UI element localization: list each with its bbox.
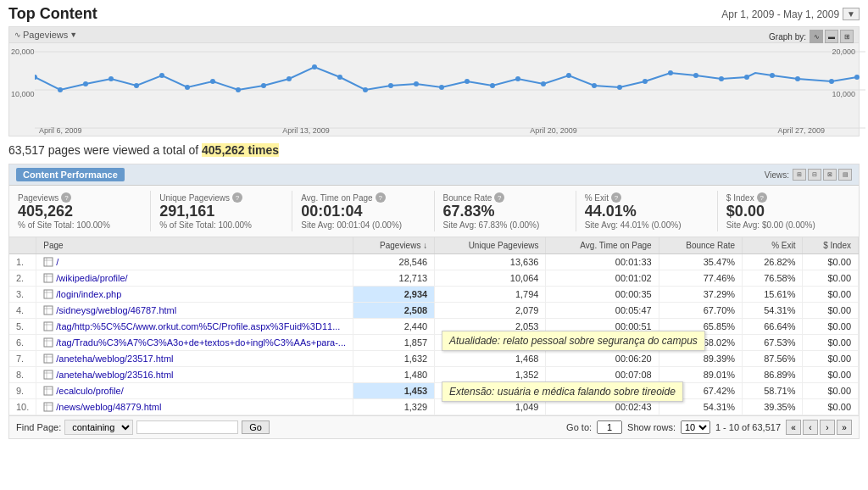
chart-svg bbox=[35, 43, 868, 135]
col-index[interactable]: $ Index bbox=[803, 237, 859, 254]
metric-avgtime-value: 00:01:04 bbox=[301, 203, 425, 220]
row-bounce: 89.01% bbox=[659, 367, 742, 383]
page-link[interactable]: /sidneysg/weblog/46787.html bbox=[43, 305, 346, 315]
prev-btn[interactable]: ‹ bbox=[803, 420, 818, 435]
view-icon-compare2[interactable]: ⊠ bbox=[823, 169, 837, 181]
row-avgtime: 00:06:20 bbox=[546, 351, 659, 367]
date-range-dropdown-icon[interactable]: ▼ bbox=[843, 8, 860, 20]
svg-point-5 bbox=[83, 81, 88, 86]
col-avgtime[interactable]: Avg. Time on Page bbox=[546, 237, 659, 254]
page-link[interactable]: / bbox=[43, 257, 346, 267]
row-pageviews: 1,329 bbox=[353, 399, 435, 415]
row-page: /sidneysg/weblog/46787.html bbox=[36, 303, 353, 319]
view-icon-bar2[interactable]: ▤ bbox=[838, 169, 852, 181]
view-icon-table[interactable]: ⊞ bbox=[793, 169, 806, 181]
page-link[interactable]: /login/index.php bbox=[43, 289, 346, 299]
prev-first-btn[interactable]: « bbox=[786, 420, 801, 435]
find-page-input[interactable] bbox=[136, 420, 238, 434]
row-num: 8. bbox=[9, 367, 36, 383]
page-link[interactable]: /tag/Tradu%C3%A7%C3%A3o+de+textos+do+ing… bbox=[43, 337, 346, 348]
x-axis-labels: April 6, 2009 April 13, 2009 April 20, 2… bbox=[9, 126, 859, 135]
svg-rect-36 bbox=[44, 258, 53, 266]
page-link[interactable]: /tag/http:%5C%5C/www.orkut.com%5C/Profil… bbox=[43, 321, 346, 331]
chart-metric-arrow[interactable]: ▼ bbox=[70, 31, 77, 39]
graph-icon-bar[interactable]: ▬ bbox=[825, 30, 838, 43]
metric-pageviews-help[interactable]: ? bbox=[61, 192, 71, 203]
table-row: 10. /news/weblog/48779.html 1,329 1,049 … bbox=[9, 399, 859, 415]
page-link[interactable]: /ecalculo/profile/ bbox=[43, 386, 346, 396]
row-pageviews: 1,632 bbox=[353, 351, 435, 367]
row-bounce: 67.42% bbox=[659, 383, 742, 399]
row-num: 6. bbox=[9, 335, 36, 351]
show-rows-select[interactable]: 10 bbox=[681, 420, 710, 434]
page-link[interactable]: /aneteha/weblog/23516.html bbox=[43, 370, 346, 380]
page-icon bbox=[43, 273, 53, 283]
page-link[interactable]: /news/weblog/48779.html bbox=[43, 402, 346, 412]
find-page-type[interactable]: containing bbox=[64, 420, 133, 435]
metric-bounce-help[interactable]: ? bbox=[494, 192, 504, 203]
row-unique: 1,352 bbox=[435, 367, 546, 383]
table-wrapper: Page Pageviews ↓ Unique Pageviews Avg. T… bbox=[9, 237, 859, 415]
chart-toolbar: ∿ Pageviews ▼ Graph by: ∿ ▬ ⊞ bbox=[9, 27, 859, 43]
page-icon bbox=[43, 386, 53, 396]
metric-exit-help[interactable]: ? bbox=[611, 192, 621, 203]
row-page: /login/index.php bbox=[36, 287, 353, 303]
page-icon bbox=[43, 354, 53, 364]
svg-point-16 bbox=[363, 87, 368, 92]
row-avgtime: 00:07:08 bbox=[546, 367, 659, 383]
row-exit: 76.58% bbox=[743, 270, 803, 287]
row-avgtime: 00:02:43 bbox=[546, 399, 659, 415]
col-exit[interactable]: % Exit bbox=[743, 237, 803, 254]
svg-point-7 bbox=[134, 83, 139, 88]
page-icon bbox=[43, 402, 53, 412]
row-exit: 66.64% bbox=[743, 319, 803, 335]
row-bounce: 77.46% bbox=[659, 270, 742, 287]
next-last-btn[interactable]: » bbox=[837, 420, 852, 435]
page-link[interactable]: /wikipedia/profile/ bbox=[43, 273, 346, 283]
row-bounce: 37.29% bbox=[659, 287, 742, 303]
chart-metric-selector[interactable]: ∿ Pageviews ▼ bbox=[14, 30, 77, 40]
metric-index-help[interactable]: ? bbox=[757, 192, 767, 203]
row-page: /wikipedia/profile/ bbox=[36, 270, 353, 287]
graph-icon-compare[interactable]: ⊞ bbox=[840, 30, 854, 43]
svg-point-25 bbox=[592, 83, 597, 88]
col-page[interactable]: Page bbox=[36, 237, 353, 254]
row-index: $0.00 bbox=[803, 254, 859, 270]
row-unique: 1,049 bbox=[435, 399, 546, 415]
y-label-top-right: 20,000 bbox=[832, 47, 855, 56]
metric-bounce-value: 67.83% bbox=[443, 203, 567, 220]
table-row: 8. /aneteha/weblog/23516.html 1,480 1,35… bbox=[9, 367, 859, 383]
page-title: Top Content bbox=[8, 5, 97, 23]
svg-point-28 bbox=[668, 70, 673, 75]
row-exit: 15.61% bbox=[743, 287, 803, 303]
svg-rect-51 bbox=[44, 338, 53, 347]
svg-point-31 bbox=[744, 75, 749, 80]
row-num: 1. bbox=[9, 254, 36, 270]
page-link[interactable]: /aneteha/weblog/23517.html bbox=[43, 354, 346, 364]
show-rows-label: Show rows: bbox=[627, 422, 676, 432]
next-btn[interactable]: › bbox=[820, 420, 835, 435]
metric-avgtime-help[interactable]: ? bbox=[376, 192, 386, 203]
col-bounce[interactable]: Bounce Rate bbox=[659, 237, 742, 254]
page-container: Top Content Apr 1, 2009 - May 1, 2009 ▼ … bbox=[0, 0, 868, 439]
row-unique: 993 bbox=[435, 383, 546, 399]
metric-unique-help[interactable]: ? bbox=[232, 192, 242, 203]
view-icon-pivot[interactable]: ⊟ bbox=[808, 169, 821, 181]
chart-inner: 20,000 10,000 20,000 10,000 bbox=[9, 43, 859, 135]
goto-input[interactable] bbox=[597, 420, 622, 434]
col-unique[interactable]: Unique Pageviews bbox=[435, 237, 546, 254]
go-button[interactable]: Go bbox=[242, 420, 270, 434]
metric-exit: % Exit ? 44.01% Site Avg: 44.01% (0.00%) bbox=[576, 191, 718, 231]
col-pageviews[interactable]: Pageviews ↓ bbox=[353, 237, 435, 254]
metric-pageviews: Pageviews ? 405,262 % of Site Total: 100… bbox=[9, 191, 151, 231]
metric-pageviews-value: 405,262 bbox=[18, 203, 142, 220]
row-exit: 39.35% bbox=[743, 399, 803, 415]
table-footer: Find Page: containing Go Go to: Show row… bbox=[9, 415, 859, 438]
row-num: 7. bbox=[9, 351, 36, 367]
row-index: $0.00 bbox=[803, 399, 859, 415]
svg-point-34 bbox=[829, 79, 834, 84]
graph-icon-line[interactable]: ∿ bbox=[810, 30, 823, 43]
row-avgtime: 00:00:35 bbox=[546, 287, 659, 303]
svg-point-20 bbox=[465, 79, 470, 84]
row-exit: 58.71% bbox=[743, 383, 803, 399]
